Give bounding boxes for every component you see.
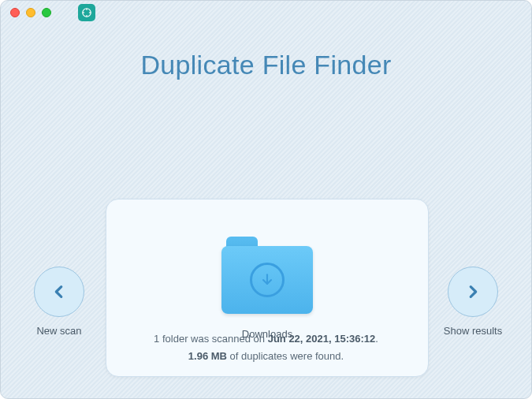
close-window-button[interactable]	[10, 8, 20, 17]
help-icon[interactable]	[78, 4, 95, 21]
chevron-right-icon	[464, 283, 482, 300]
status-line1-suffix: .	[375, 333, 378, 345]
status-line2-suffix: of duplicates were found.	[227, 350, 344, 362]
arrow-down-icon	[259, 272, 275, 288]
page-title: Duplicate File Finder	[1, 50, 531, 80]
folder-download-icon	[221, 237, 313, 314]
status-line1-prefix: 1 folder was scanned on	[154, 333, 268, 345]
status-size: 1.96 MB	[188, 350, 227, 362]
app-window: Duplicate File Finder New scan	[0, 0, 532, 399]
status-text: 1 folder was scanned on Jun 22, 2021, 15…	[1, 330, 531, 365]
status-line-1: 1 folder was scanned on Jun 22, 2021, 15…	[1, 330, 531, 348]
folder-item[interactable]: Downloads	[221, 237, 313, 340]
status-timestamp: Jun 22, 2021, 15:36:12	[268, 333, 376, 345]
minimize-window-button[interactable]	[26, 8, 35, 17]
status-line-2: 1.96 MB of duplicates were found.	[1, 348, 531, 365]
show-results-button[interactable]	[448, 267, 498, 317]
title-bar	[1, 1, 531, 24]
window-controls	[10, 8, 51, 17]
nav-prev-group: New scan	[20, 267, 99, 337]
nav-next-group: Show results	[433, 267, 512, 337]
chevron-left-icon	[50, 283, 68, 300]
new-scan-button[interactable]	[34, 267, 84, 317]
fullscreen-window-button[interactable]	[42, 8, 51, 17]
